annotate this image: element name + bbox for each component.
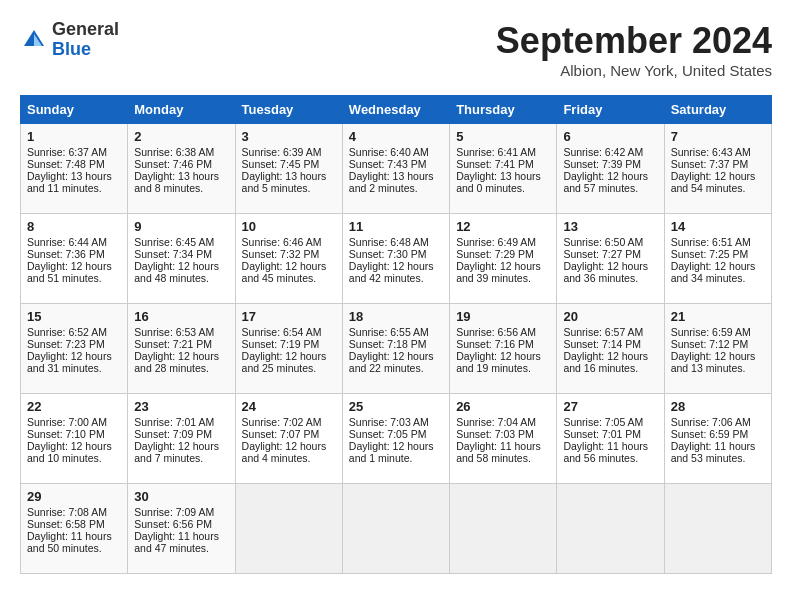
sunrise: Sunrise: 6:56 AM [456, 326, 536, 338]
calendar-cell: 1 Sunrise: 6:37 AM Sunset: 7:48 PM Dayli… [21, 124, 128, 214]
sunrise: Sunrise: 6:48 AM [349, 236, 429, 248]
calendar-cell [664, 484, 771, 574]
sunrise: Sunrise: 6:45 AM [134, 236, 214, 248]
calendar-week-row: 29 Sunrise: 7:08 AM Sunset: 6:58 PM Dayl… [21, 484, 772, 574]
day-number: 24 [242, 399, 336, 414]
sunset: Sunset: 7:10 PM [27, 428, 105, 440]
logo-icon [20, 26, 48, 54]
sunset: Sunset: 6:58 PM [27, 518, 105, 530]
calendar-cell: 11 Sunrise: 6:48 AM Sunset: 7:30 PM Dayl… [342, 214, 449, 304]
calendar-cell: 26 Sunrise: 7:04 AM Sunset: 7:03 PM Dayl… [450, 394, 557, 484]
sunset: Sunset: 7:18 PM [349, 338, 427, 350]
sunrise: Sunrise: 6:39 AM [242, 146, 322, 158]
sunset: Sunset: 7:36 PM [27, 248, 105, 260]
calendar-cell: 20 Sunrise: 6:57 AM Sunset: 7:14 PM Dayl… [557, 304, 664, 394]
daylight: Daylight: 12 hours and 39 minutes. [456, 260, 541, 284]
logo-text: General Blue [52, 20, 119, 60]
daylight: Daylight: 11 hours and 50 minutes. [27, 530, 112, 554]
sunset: Sunset: 7:19 PM [242, 338, 320, 350]
daylight: Daylight: 12 hours and 54 minutes. [671, 170, 756, 194]
sunset: Sunset: 7:29 PM [456, 248, 534, 260]
calendar-cell: 24 Sunrise: 7:02 AM Sunset: 7:07 PM Dayl… [235, 394, 342, 484]
sunrise: Sunrise: 6:44 AM [27, 236, 107, 248]
calendar-cell: 9 Sunrise: 6:45 AM Sunset: 7:34 PM Dayli… [128, 214, 235, 304]
calendar-cell: 13 Sunrise: 6:50 AM Sunset: 7:27 PM Dayl… [557, 214, 664, 304]
daylight: Daylight: 12 hours and 22 minutes. [349, 350, 434, 374]
daylight: Daylight: 12 hours and 48 minutes. [134, 260, 219, 284]
day-number: 9 [134, 219, 228, 234]
sunrise: Sunrise: 6:59 AM [671, 326, 751, 338]
day-number: 19 [456, 309, 550, 324]
sunrise: Sunrise: 6:55 AM [349, 326, 429, 338]
calendar-cell: 2 Sunrise: 6:38 AM Sunset: 7:46 PM Dayli… [128, 124, 235, 214]
calendar-cell: 21 Sunrise: 6:59 AM Sunset: 7:12 PM Dayl… [664, 304, 771, 394]
sunset: Sunset: 7:21 PM [134, 338, 212, 350]
daylight: Daylight: 12 hours and 10 minutes. [27, 440, 112, 464]
day-number: 3 [242, 129, 336, 144]
calendar-cell [450, 484, 557, 574]
day-of-week-header: Wednesday [342, 96, 449, 124]
month-title: September 2024 [496, 20, 772, 62]
day-number: 30 [134, 489, 228, 504]
calendar-cell: 23 Sunrise: 7:01 AM Sunset: 7:09 PM Dayl… [128, 394, 235, 484]
sunrise: Sunrise: 6:41 AM [456, 146, 536, 158]
day-of-week-header: Tuesday [235, 96, 342, 124]
sunset: Sunset: 7:30 PM [349, 248, 427, 260]
calendar-cell: 5 Sunrise: 6:41 AM Sunset: 7:41 PM Dayli… [450, 124, 557, 214]
sunset: Sunset: 7:45 PM [242, 158, 320, 170]
sunrise: Sunrise: 7:03 AM [349, 416, 429, 428]
sunset: Sunset: 7:14 PM [563, 338, 641, 350]
sunset: Sunset: 7:12 PM [671, 338, 749, 350]
calendar-table: SundayMondayTuesdayWednesdayThursdayFrid… [20, 95, 772, 574]
sunrise: Sunrise: 7:05 AM [563, 416, 643, 428]
calendar-week-row: 8 Sunrise: 6:44 AM Sunset: 7:36 PM Dayli… [21, 214, 772, 304]
daylight: Daylight: 13 hours and 11 minutes. [27, 170, 112, 194]
sunset: Sunset: 7:27 PM [563, 248, 641, 260]
daylight: Daylight: 12 hours and 45 minutes. [242, 260, 327, 284]
day-number: 18 [349, 309, 443, 324]
title-block: September 2024 Albion, New York, United … [496, 20, 772, 79]
calendar-cell: 17 Sunrise: 6:54 AM Sunset: 7:19 PM Dayl… [235, 304, 342, 394]
day-number: 23 [134, 399, 228, 414]
daylight: Daylight: 12 hours and 4 minutes. [242, 440, 327, 464]
calendar-cell: 3 Sunrise: 6:39 AM Sunset: 7:45 PM Dayli… [235, 124, 342, 214]
sunset: Sunset: 7:32 PM [242, 248, 320, 260]
page-header: General Blue September 2024 Albion, New … [20, 20, 772, 79]
sunrise: Sunrise: 7:00 AM [27, 416, 107, 428]
location: Albion, New York, United States [496, 62, 772, 79]
day-number: 15 [27, 309, 121, 324]
calendar-week-row: 22 Sunrise: 7:00 AM Sunset: 7:10 PM Dayl… [21, 394, 772, 484]
calendar-cell: 22 Sunrise: 7:00 AM Sunset: 7:10 PM Dayl… [21, 394, 128, 484]
sunset: Sunset: 7:16 PM [456, 338, 534, 350]
sunset: Sunset: 7:46 PM [134, 158, 212, 170]
sunrise: Sunrise: 6:37 AM [27, 146, 107, 158]
sunrise: Sunrise: 7:09 AM [134, 506, 214, 518]
daylight: Daylight: 11 hours and 56 minutes. [563, 440, 648, 464]
logo-blue: Blue [52, 39, 91, 59]
calendar-cell: 25 Sunrise: 7:03 AM Sunset: 7:05 PM Dayl… [342, 394, 449, 484]
sunrise: Sunrise: 6:43 AM [671, 146, 751, 158]
calendar-cell: 8 Sunrise: 6:44 AM Sunset: 7:36 PM Dayli… [21, 214, 128, 304]
sunrise: Sunrise: 7:01 AM [134, 416, 214, 428]
sunset: Sunset: 7:05 PM [349, 428, 427, 440]
calendar-header-row: SundayMondayTuesdayWednesdayThursdayFrid… [21, 96, 772, 124]
sunrise: Sunrise: 7:08 AM [27, 506, 107, 518]
sunrise: Sunrise: 6:38 AM [134, 146, 214, 158]
daylight: Daylight: 12 hours and 31 minutes. [27, 350, 112, 374]
sunset: Sunset: 7:01 PM [563, 428, 641, 440]
day-number: 4 [349, 129, 443, 144]
day-number: 2 [134, 129, 228, 144]
sunset: Sunset: 7:09 PM [134, 428, 212, 440]
calendar-cell: 30 Sunrise: 7:09 AM Sunset: 6:56 PM Dayl… [128, 484, 235, 574]
calendar-cell: 6 Sunrise: 6:42 AM Sunset: 7:39 PM Dayli… [557, 124, 664, 214]
day-of-week-header: Sunday [21, 96, 128, 124]
day-number: 5 [456, 129, 550, 144]
sunset: Sunset: 7:03 PM [456, 428, 534, 440]
calendar-cell [557, 484, 664, 574]
day-number: 28 [671, 399, 765, 414]
sunrise: Sunrise: 6:46 AM [242, 236, 322, 248]
daylight: Daylight: 11 hours and 53 minutes. [671, 440, 756, 464]
daylight: Daylight: 12 hours and 13 minutes. [671, 350, 756, 374]
day-number: 25 [349, 399, 443, 414]
sunset: Sunset: 7:43 PM [349, 158, 427, 170]
